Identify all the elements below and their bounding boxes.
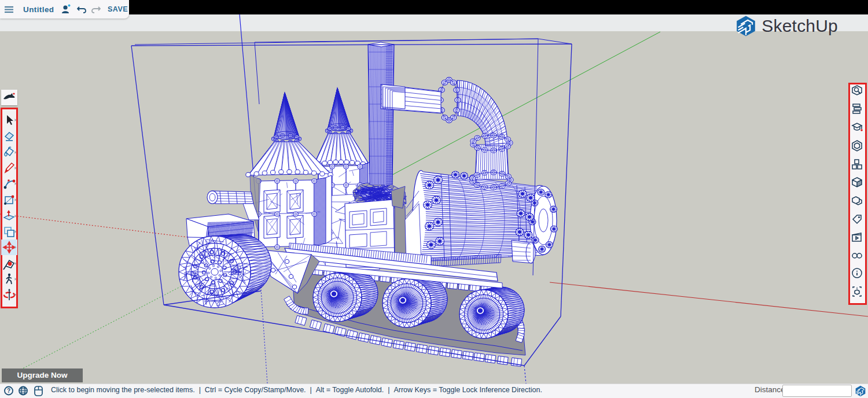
- svg-text:?: ?: [7, 388, 10, 394]
